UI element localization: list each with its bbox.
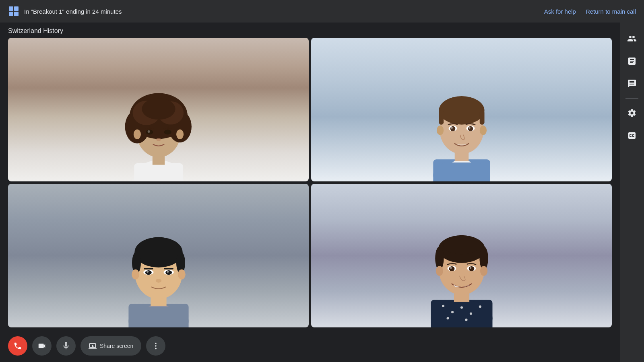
end-call-button[interactable] [8, 336, 27, 356]
svg-rect-0 [9, 6, 13, 11]
svg-point-69 [436, 266, 443, 276]
svg-point-29 [479, 125, 486, 135]
activities-icon [627, 56, 637, 66]
camera-icon [37, 341, 46, 350]
svg-rect-2 [9, 12, 13, 16]
activities-button[interactable] [622, 51, 642, 71]
svg-rect-51 [144, 268, 153, 269]
svg-rect-52 [164, 268, 173, 269]
video-cell-3 [8, 184, 309, 327]
svg-point-15 [176, 129, 183, 139]
svg-point-49 [146, 270, 148, 272]
microphone-icon [62, 341, 70, 350]
svg-point-77 [155, 343, 157, 344]
microphone-button[interactable] [56, 336, 76, 356]
svg-point-62 [465, 319, 467, 321]
svg-point-74 [469, 266, 474, 271]
svg-point-58 [460, 306, 462, 309]
svg-point-14 [133, 129, 140, 139]
svg-point-57 [451, 311, 453, 313]
svg-point-32 [450, 126, 455, 132]
svg-point-60 [479, 305, 481, 308]
breakout-label: In "Breakout 1" ending in 24 minutes [24, 8, 544, 15]
svg-point-61 [446, 317, 449, 319]
settings-button[interactable] [622, 103, 642, 123]
session-title: Switzerland History [8, 27, 63, 34]
people-icon [627, 34, 637, 43]
svg-point-17 [164, 130, 171, 134]
svg-point-20 [156, 138, 161, 141]
chat-button[interactable] [622, 74, 642, 93]
svg-point-34 [451, 127, 453, 129]
sidebar-divider [625, 98, 638, 99]
right-sidebar [620, 23, 644, 362]
svg-point-76 [469, 267, 471, 269]
svg-point-68 [443, 236, 480, 254]
svg-point-70 [480, 266, 487, 276]
svg-point-33 [468, 126, 473, 132]
svg-rect-1 [14, 6, 19, 11]
svg-rect-5 [134, 163, 183, 181]
svg-rect-3 [14, 12, 19, 16]
svg-point-43 [132, 269, 139, 279]
more-options-icon [151, 341, 160, 350]
svg-point-78 [155, 345, 157, 347]
bottom-toolbar: Share screen [0, 330, 620, 362]
svg-point-48 [165, 270, 172, 275]
svg-point-35 [469, 127, 471, 129]
camera-button[interactable] [32, 336, 52, 356]
svg-rect-27 [479, 110, 484, 124]
svg-point-79 [155, 348, 157, 350]
chat-icon [627, 79, 637, 88]
video-cell-1 [8, 38, 309, 181]
main-layout: Switzerland History [0, 23, 644, 362]
top-bar: In "Breakout 1" ending in 24 minutes Ask… [0, 0, 644, 23]
video-grid [0, 38, 620, 330]
video-cell-2 [311, 38, 612, 181]
svg-point-44 [178, 269, 185, 279]
video-cell-4 [311, 184, 612, 327]
content-area: Switzerland History [0, 23, 620, 362]
svg-point-47 [145, 270, 152, 275]
svg-point-73 [449, 266, 454, 271]
end-call-icon [13, 341, 22, 350]
people-button[interactable] [622, 29, 642, 48]
share-screen-button[interactable]: Share screen [80, 336, 141, 356]
more-options-button[interactable] [146, 336, 165, 356]
svg-point-28 [436, 125, 443, 135]
svg-point-56 [442, 304, 444, 307]
share-screen-label: Share screen [100, 343, 133, 349]
settings-icon [627, 108, 637, 118]
captions-icon [627, 131, 637, 140]
svg-point-13 [142, 98, 175, 119]
captions-button[interactable] [622, 126, 642, 145]
svg-point-59 [469, 313, 472, 315]
svg-point-53 [155, 279, 161, 282]
return-to-main-call-link[interactable]: Return to main call [586, 8, 636, 15]
breakout-icon [8, 6, 19, 17]
svg-point-50 [167, 270, 169, 272]
svg-point-25 [439, 96, 484, 125]
svg-point-40 [134, 237, 182, 267]
svg-point-19 [147, 130, 150, 133]
ask-for-help-link[interactable]: Ask for help [544, 8, 576, 15]
svg-point-75 [450, 267, 452, 269]
svg-rect-26 [439, 110, 444, 124]
share-screen-icon [89, 342, 97, 350]
session-title-bar: Switzerland History [0, 23, 620, 38]
